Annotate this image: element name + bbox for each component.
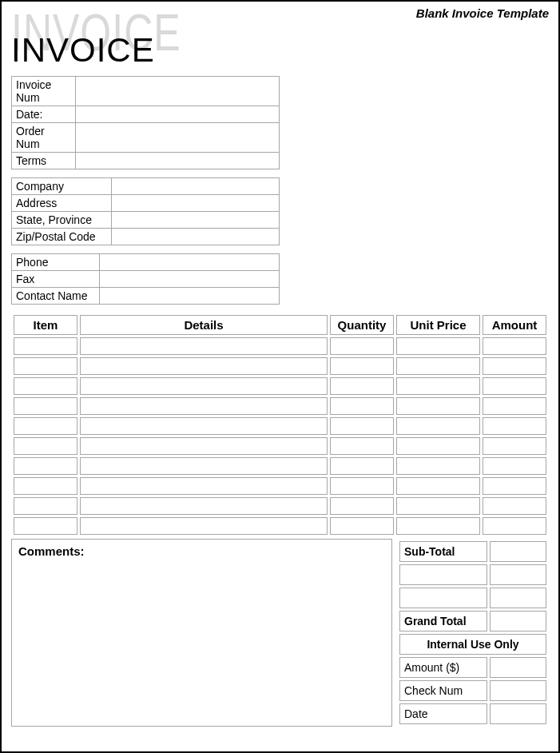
item-cell[interactable] bbox=[14, 377, 77, 395]
terms-field[interactable] bbox=[76, 153, 280, 169]
col-unit-price: Unit Price bbox=[396, 315, 480, 335]
item-cell[interactable] bbox=[396, 377, 480, 395]
item-cell[interactable] bbox=[330, 437, 394, 455]
item-cell[interactable] bbox=[396, 457, 480, 475]
item-cell[interactable] bbox=[330, 477, 394, 495]
item-cell[interactable] bbox=[80, 357, 328, 375]
company-table: Company Address State, Province Zip/Post… bbox=[11, 177, 280, 245]
meta-label: Date: bbox=[12, 106, 76, 123]
internal-label: Amount ($) bbox=[399, 657, 487, 678]
address-field[interactable] bbox=[112, 195, 280, 212]
internal-use-header: Internal Use Only bbox=[399, 634, 546, 655]
item-cell[interactable] bbox=[483, 517, 546, 535]
item-cell[interactable] bbox=[483, 497, 546, 515]
subtotal-value[interactable] bbox=[490, 541, 546, 562]
item-cell[interactable] bbox=[396, 477, 480, 495]
item-cell[interactable] bbox=[330, 497, 394, 515]
item-cell[interactable] bbox=[330, 397, 394, 415]
item-cell[interactable] bbox=[483, 477, 546, 495]
subtotal-label: Sub-Total bbox=[399, 541, 487, 562]
item-cell[interactable] bbox=[483, 357, 546, 375]
item-cell[interactable] bbox=[14, 337, 77, 355]
item-cell[interactable] bbox=[483, 437, 546, 455]
item-cell[interactable] bbox=[80, 517, 328, 535]
contact-label: Phone bbox=[12, 254, 100, 271]
item-cell[interactable] bbox=[80, 457, 328, 475]
totals-blank-label[interactable] bbox=[399, 564, 487, 585]
table-row bbox=[14, 437, 546, 455]
meta-label: Order Num bbox=[12, 123, 76, 153]
contact-table: Phone Fax Contact Name bbox=[11, 253, 280, 305]
item-cell[interactable] bbox=[80, 417, 328, 435]
item-cell[interactable] bbox=[14, 457, 77, 475]
phone-field[interactable] bbox=[100, 254, 280, 271]
col-amount: Amount bbox=[483, 315, 546, 335]
invoice-meta-block: Invoice Num Date: Order Num Terms bbox=[11, 76, 549, 169]
meta-label: Terms bbox=[12, 153, 76, 169]
totals-blank-label[interactable] bbox=[399, 588, 487, 608]
company-label: Zip/Postal Code bbox=[12, 229, 112, 245]
item-cell[interactable] bbox=[14, 477, 77, 495]
item-cell[interactable] bbox=[483, 417, 546, 435]
item-cell[interactable] bbox=[14, 357, 77, 375]
table-row bbox=[14, 497, 546, 515]
table-row bbox=[14, 377, 546, 395]
item-cell[interactable] bbox=[396, 437, 480, 455]
col-details: Details bbox=[80, 315, 328, 335]
item-cell[interactable] bbox=[330, 417, 394, 435]
item-cell[interactable] bbox=[80, 497, 328, 515]
table-row bbox=[14, 477, 546, 495]
company-block: Company Address State, Province Zip/Post… bbox=[11, 177, 549, 245]
item-cell[interactable] bbox=[396, 497, 480, 515]
company-label: Company bbox=[12, 178, 112, 195]
item-cell[interactable] bbox=[396, 337, 480, 355]
item-cell[interactable] bbox=[80, 337, 328, 355]
item-cell[interactable] bbox=[14, 497, 77, 515]
internal-label: Check Num bbox=[399, 680, 487, 701]
item-cell[interactable] bbox=[330, 517, 394, 535]
item-cell[interactable] bbox=[483, 337, 546, 355]
company-field[interactable] bbox=[112, 178, 280, 195]
internal-amount-field[interactable] bbox=[490, 657, 546, 678]
item-cell[interactable] bbox=[80, 477, 328, 495]
contact-block: Phone Fax Contact Name bbox=[11, 253, 549, 305]
items-table: Item Details Quantity Unit Price Amount bbox=[11, 313, 549, 537]
item-cell[interactable] bbox=[483, 397, 546, 415]
invoice-num-field[interactable] bbox=[76, 77, 280, 106]
item-cell[interactable] bbox=[396, 397, 480, 415]
invoice-meta-table: Invoice Num Date: Order Num Terms bbox=[11, 76, 280, 169]
item-cell[interactable] bbox=[396, 417, 480, 435]
item-cell[interactable] bbox=[14, 437, 77, 455]
state-field[interactable] bbox=[112, 212, 280, 229]
totals-blank-value[interactable] bbox=[490, 564, 546, 585]
grandtotal-label: Grand Total bbox=[399, 611, 487, 631]
item-cell[interactable] bbox=[14, 517, 77, 535]
item-cell[interactable] bbox=[80, 397, 328, 415]
item-cell[interactable] bbox=[80, 437, 328, 455]
item-cell[interactable] bbox=[330, 357, 394, 375]
item-cell[interactable] bbox=[483, 457, 546, 475]
totals-table: Sub-Total Grand Total Internal Use Only bbox=[397, 539, 549, 727]
internal-date-field[interactable] bbox=[490, 703, 546, 724]
item-cell[interactable] bbox=[396, 517, 480, 535]
comments-box[interactable]: Comments: bbox=[11, 539, 392, 727]
item-cell[interactable] bbox=[483, 377, 546, 395]
col-quantity: Quantity bbox=[330, 315, 394, 335]
item-cell[interactable] bbox=[330, 337, 394, 355]
item-cell[interactable] bbox=[330, 457, 394, 475]
invoice-logo: INVOICE INVOICE bbox=[11, 15, 549, 71]
totals-blank-value[interactable] bbox=[490, 588, 546, 608]
grandtotal-value[interactable] bbox=[490, 611, 546, 631]
totals-column: Sub-Total Grand Total Internal Use Only bbox=[397, 539, 549, 727]
internal-checknum-field[interactable] bbox=[490, 680, 546, 701]
contact-name-field[interactable] bbox=[100, 288, 280, 305]
zip-field[interactable] bbox=[112, 229, 280, 245]
date-field[interactable] bbox=[76, 106, 280, 123]
item-cell[interactable] bbox=[14, 397, 77, 415]
item-cell[interactable] bbox=[80, 377, 328, 395]
item-cell[interactable] bbox=[14, 417, 77, 435]
order-num-field[interactable] bbox=[76, 123, 280, 153]
item-cell[interactable] bbox=[396, 357, 480, 375]
fax-field[interactable] bbox=[100, 271, 280, 288]
item-cell[interactable] bbox=[330, 377, 394, 395]
